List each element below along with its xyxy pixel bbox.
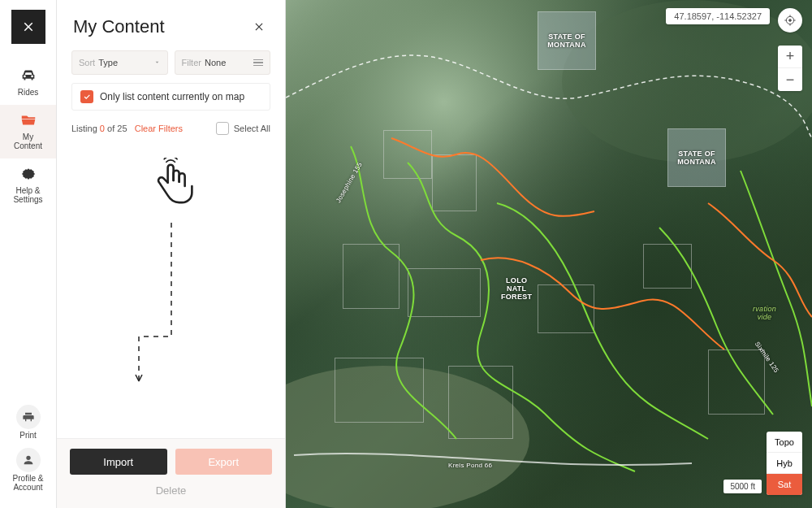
app-logo[interactable] — [11, 10, 45, 44]
sort-dropdown[interactable]: Sort Type — [71, 50, 168, 75]
folder-icon — [19, 111, 37, 129]
locate-button[interactable] — [778, 8, 802, 33]
svg-point-5 — [789, 20, 792, 22]
map-canvas[interactable]: LOLO NATL FOREST Josephine 155 Kreis Pon… — [286, 0, 812, 508]
map-label-state-1: STATE OF MONTANA — [538, 11, 596, 70]
nav-label: Help & Settings — [13, 186, 42, 204]
layer-sat[interactable]: Sat — [767, 474, 802, 495]
layer-hyb[interactable]: Hyb — [767, 453, 802, 474]
coordinates-display: 47.18597, -114.52327 — [666, 8, 770, 24]
sort-prefix: Sort — [79, 58, 95, 67]
scale-bar: 5000 ft — [723, 480, 762, 493]
empty-state — [57, 141, 285, 438]
export-button[interactable]: Export — [175, 449, 273, 475]
filter-dropdown[interactable]: Filter None — [175, 50, 271, 75]
listing-status: Listing 0 of 25 Clear Filters — [71, 124, 183, 133]
car-icon — [19, 67, 37, 85]
close-icon — [253, 21, 265, 33]
nav-rides[interactable]: Rides — [0, 60, 56, 105]
content-panel: My Content Sort Type Filter None Only li… — [57, 0, 286, 508]
list-icon — [253, 59, 263, 67]
sort-value: Type — [98, 58, 118, 67]
delete-button[interactable]: Delete — [70, 475, 272, 500]
panel-title: My Content — [73, 16, 165, 37]
layer-topo[interactable]: Topo — [767, 432, 802, 453]
nav-my-content[interactable]: My Content — [0, 105, 56, 158]
close-x-icon — [21, 20, 36, 34]
person-icon — [22, 454, 35, 467]
map-label-kreis: Kreis Pond 66 — [448, 462, 492, 469]
checkbox-empty-icon — [216, 122, 229, 135]
zoom-out-button[interactable]: − — [778, 68, 802, 91]
filter-prefix: Filter — [182, 58, 201, 67]
crosshair-icon — [784, 14, 797, 27]
map-label-state-2: STATE OF MONTANA — [667, 128, 726, 187]
print-label: Print — [19, 431, 37, 440]
map-label-divide: rvation vide — [753, 305, 776, 321]
tap-hand-icon — [148, 158, 195, 218]
layer-control: Topo Hyb Sat — [767, 432, 802, 495]
gear-icon — [19, 165, 37, 183]
printer-icon — [22, 410, 35, 423]
close-panel-button[interactable] — [249, 17, 269, 37]
only-on-map-toggle[interactable]: Only list content currently on map — [71, 83, 270, 111]
only-on-map-label: Only list content currently on map — [100, 91, 244, 102]
import-button[interactable]: Import — [70, 449, 167, 475]
dashed-route-icon — [123, 223, 220, 405]
profile-label: Profile & Account — [13, 474, 44, 492]
checkbox-checked-icon — [80, 90, 93, 103]
profile-button[interactable] — [16, 448, 41, 472]
zoom-control: + − — [778, 46, 802, 91]
clear-filters-link[interactable]: Clear Filters — [135, 124, 183, 133]
nav-help-settings[interactable]: Help & Settings — [0, 158, 56, 212]
nav-label: Rides — [18, 88, 39, 97]
nav-label: My Content — [14, 132, 42, 150]
map-terrain: LOLO NATL FOREST Josephine 155 Kreis Pon… — [286, 0, 812, 508]
map-label-lolo: LOLO NATL FOREST — [501, 276, 532, 301]
select-all-toggle[interactable]: Select All — [216, 122, 270, 135]
chevron-down-icon — [153, 58, 161, 67]
nav-rail: Rides My Content Help & Settings Print P… — [0, 0, 57, 508]
filter-value: None — [205, 58, 226, 67]
zoom-in-button[interactable]: + — [778, 46, 802, 68]
trail-lines — [286, 0, 812, 508]
select-all-label: Select All — [234, 124, 270, 133]
print-button[interactable] — [16, 405, 41, 429]
